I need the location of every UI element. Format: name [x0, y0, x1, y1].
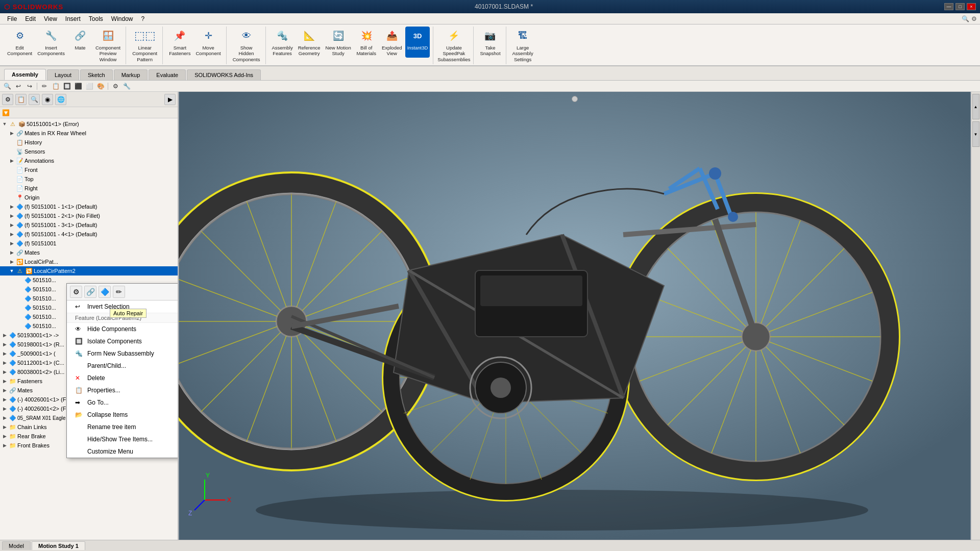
menu-insert[interactable]: Insert	[61, 14, 85, 23]
move-component-button[interactable]: ✛ MoveComponent	[194, 27, 223, 58]
sidebar-toolbar: ⚙ 📋 🔍 ◉ 🌐 ▶	[0, 92, 178, 107]
it-settings[interactable]: ⚙	[110, 82, 120, 91]
subassembly-icon: 🔩	[75, 350, 83, 357]
exploded-view-button[interactable]: 📤 ExplodedView	[380, 27, 404, 58]
tree-item-sensors[interactable]: 📡 Sensors	[0, 147, 178, 156]
instant3d-button[interactable]: 3D Instant3D	[405, 27, 430, 58]
smart-fasteners-button[interactable]: 📌 SmartFasteners	[167, 27, 192, 58]
sb-collapse-icon[interactable]: ▶	[164, 94, 176, 105]
tree-item-50151001-1[interactable]: ▶ 🔷 (f) 50151001 - 1<1> (Default)	[0, 202, 178, 211]
sb-search-icon[interactable]: 🔍	[29, 94, 40, 105]
it-solid[interactable]: ⬛	[73, 82, 83, 91]
bike-svg: X Y Z	[179, 92, 971, 540]
assembly-features-button[interactable]: 🔩 AssemblyFeatures	[270, 27, 295, 58]
ctx-rename-tree-item[interactable]: Rename tree item	[67, 421, 179, 433]
ctx-icon-4[interactable]: ✏	[113, 286, 125, 298]
delete-icon: ✕	[75, 374, 83, 382]
ctx-parent-child[interactable]: Parent/Child...	[67, 360, 179, 372]
minimize-button[interactable]: —	[944, 3, 953, 10]
it-clipboard[interactable]: 📋	[51, 82, 61, 91]
rp-collapse[interactable]: ▼	[972, 121, 979, 147]
tree-item-mates[interactable]: ▶ 🔗 Mates	[0, 248, 178, 257]
it-rect[interactable]: 🔲	[62, 82, 72, 91]
tab-solidworks-addins[interactable]: SOLIDWORKS Add-Ins	[187, 69, 261, 80]
menu-view[interactable]: View	[40, 14, 61, 23]
menu-help[interactable]: ?	[137, 14, 149, 23]
tree-item-50151001-3[interactable]: ▶ 🔷 (f) 50151001 - 3<1> (Default)	[0, 220, 178, 230]
tab-evaluate[interactable]: Evaluate	[149, 69, 186, 80]
ctx-isolate-components[interactable]: 🔲 Isolate Components	[67, 335, 179, 347]
it-wire[interactable]: ⬜	[84, 82, 94, 91]
update-speedpak-button[interactable]: ⚡ UpdateSpeedPakSubassemblies	[437, 27, 470, 63]
take-snapshot-button[interactable]: 📷 TakeSnapshot	[478, 27, 502, 58]
show-hidden-components-button[interactable]: 👁 ShowHiddenComponents	[231, 27, 262, 63]
ctx-icon-1[interactable]: ⚙	[70, 286, 82, 298]
tree-item-50151001-4[interactable]: ▶ 🔷 (f) 50151001 - 4<1> (Default)	[0, 230, 178, 239]
ctx-hide-components[interactable]: 👁 Hide Components	[67, 323, 179, 335]
exploded-view-icon: 📤	[384, 28, 400, 44]
tree-item-localcirpat2[interactable]: ▼ ⚠ 🔁 LocalCirPattern2	[0, 266, 178, 276]
bill-of-materials-button[interactable]: 💥 Bill ofMaterials	[354, 27, 379, 58]
menu-file[interactable]: File	[3, 14, 21, 23]
btab-motion-study-1[interactable]: Motion Study 1	[32, 541, 85, 550]
sb-globe-icon[interactable]: 🌐	[55, 94, 66, 105]
it-forward[interactable]: ↪	[24, 82, 35, 91]
ctx-go-to[interactable]: ➡ Go To...	[67, 396, 179, 409]
tree-item-front[interactable]: 📄 Front	[0, 165, 178, 174]
tree-item-mates-rear[interactable]: ▶ 🔗 Mates in RX Rear Wheel	[0, 129, 178, 138]
tree-item-label: 50151001<1> (Error)	[27, 121, 79, 127]
rp-expand[interactable]: ▲	[972, 94, 979, 119]
ctx-form-new-subassembly[interactable]: 🔩 Form New Subassembly	[67, 347, 179, 360]
ctx-collapse-items[interactable]: 📂 Collapse Items	[67, 409, 179, 421]
window-controls: — □ ×	[944, 3, 976, 10]
sb-list-icon[interactable]: 📋	[15, 94, 27, 105]
ctx-customize-menu[interactable]: Customize Menu	[67, 445, 179, 458]
menu-window[interactable]: Window	[107, 14, 137, 23]
toolbar-group-snapshot: 📷 TakeSnapshot	[475, 27, 506, 64]
mate-button[interactable]: 🔗 Mate	[68, 27, 92, 63]
large-assembly-settings-button[interactable]: 🏗 LargeAssemblySettings	[510, 27, 535, 63]
insert-components-button[interactable]: 🔧 InsertComponents	[35, 27, 67, 63]
it-pencil[interactable]: ✏	[39, 82, 50, 91]
menu-tools[interactable]: Tools	[85, 14, 107, 23]
svg-point-73	[728, 212, 738, 222]
tree-item-origin[interactable]: 📍 Origin	[0, 193, 178, 202]
it-back[interactable]: ↩	[13, 82, 23, 91]
tree-item-50151001-5[interactable]: ▶ 🔷 (f) 50151001	[0, 239, 178, 248]
ctx-icon-2[interactable]: 🔗	[84, 286, 96, 298]
tab-markup[interactable]: Markup	[114, 69, 148, 80]
ctx-icon-3[interactable]: 🔷	[99, 286, 111, 298]
tree-item-annotations[interactable]: ▶ 📝 Annotations	[0, 156, 178, 165]
component-preview-button[interactable]: 🪟 ComponentPreviewWindow	[93, 27, 122, 63]
sb-settings-icon[interactable]: ⚙	[2, 94, 13, 105]
reference-geometry-button[interactable]: 📐 ReferenceGeometry	[296, 27, 323, 58]
tab-sketch[interactable]: Sketch	[80, 69, 113, 80]
it-tools[interactable]: 🔧	[121, 82, 132, 91]
3d-viewport[interactable]: X Y Z	[179, 92, 971, 540]
tree-item-history[interactable]: 📋 History	[0, 138, 178, 147]
filter-icon: 🔽	[2, 109, 10, 116]
sb-view-icon[interactable]: ◉	[42, 94, 53, 105]
menu-edit[interactable]: Edit	[21, 14, 40, 23]
toolbar-group-edit: ⚙ EditComponent 🔧 InsertComponents 🔗 Mat…	[2, 27, 126, 64]
ctx-delete[interactable]: ✕ Delete	[67, 372, 179, 384]
linear-component-pattern-button[interactable]: ⬚⬚ LinearComponentPattern	[130, 27, 159, 63]
tree-item-top[interactable]: 📄 Top	[0, 174, 178, 184]
close-button[interactable]: ×	[967, 3, 976, 10]
tab-layout[interactable]: Layout	[47, 69, 79, 80]
btab-model[interactable]: Model	[2, 541, 31, 550]
tree-item-right[interactable]: 📄 Right	[0, 184, 178, 193]
edit-component-button[interactable]: ⚙ EditComponent	[5, 27, 34, 63]
expand-arrow[interactable]: ▼	[1, 121, 8, 127]
new-motion-study-button[interactable]: 🔄 New MotionStudy	[324, 27, 353, 58]
tree-item-localcirpat1[interactable]: ▶ 🔁 LocalCirPat...	[0, 257, 178, 266]
it-search[interactable]: 🔍	[2, 82, 12, 91]
tree-item-50151001-2[interactable]: ▶ 🔷 (f) 50151001 - 2<1> (No Fillet)	[0, 211, 178, 220]
tab-assembly[interactable]: Assembly	[4, 69, 46, 80]
tree-item-root[interactable]: ▼ ⚠ 📦 50151001<1> (Error)	[0, 119, 178, 129]
it-shaded[interactable]: 🎨	[95, 82, 106, 91]
maximize-button[interactable]: □	[955, 3, 965, 10]
ctx-properties[interactable]: 📋 Properties...	[67, 384, 179, 396]
ctx-hide-show-tree[interactable]: Hide/Show Tree Items...	[67, 433, 179, 445]
hide-icon: 👁	[75, 325, 83, 333]
